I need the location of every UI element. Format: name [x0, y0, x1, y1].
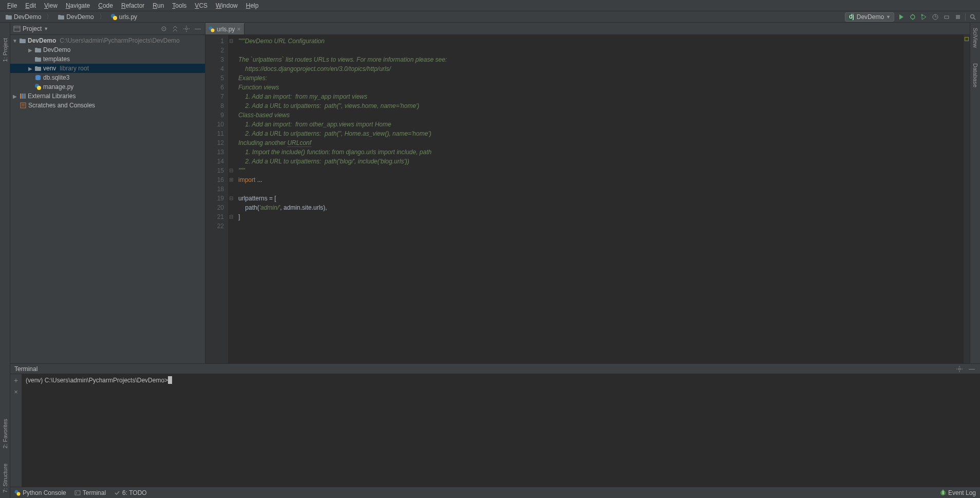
code-editor[interactable]: 1 2 3 4 5 6 7 8 9 10 11 12 13 14 15 16 1…	[205, 35, 970, 363]
breadcrumb-folder[interactable]: DevDemo	[55, 13, 96, 21]
fold-gutter[interactable]: ⊟ ⊟ ⊞ ⊟ ⊟	[228, 35, 234, 363]
menu-navigate[interactable]: Navigate	[62, 1, 94, 10]
menu-run[interactable]: Run	[148, 1, 168, 10]
navigation-bar: DevDemo 〉 DevDemo 〉 urls.py dj DevDemo ▼	[0, 11, 980, 23]
toolbar-right: dj DevDemo ▼	[845, 12, 977, 22]
sciview-tool-tab[interactable]: SciView	[972, 28, 978, 48]
py-icon	[34, 83, 42, 90]
project-tool-tab[interactable]: 1: Project	[2, 38, 8, 62]
expand-arrow-icon[interactable]: ▶	[28, 47, 33, 53]
new-session-icon[interactable]: +	[12, 376, 20, 384]
tree-item-db-sqlite3[interactable]: db.sqlite3	[10, 73, 205, 82]
search-everywhere-button[interactable]	[969, 13, 977, 21]
separator	[965, 13, 966, 21]
tree-scratches[interactable]: Scratches and Consoles	[10, 101, 205, 110]
tree-item-templates[interactable]: templates	[10, 54, 205, 64]
svg-rect-30	[20, 39, 22, 40]
project-panel-header: Project ▼ —	[10, 23, 205, 35]
terminal-content[interactable]: (venv) C:\Users\admin\PycharmProjects\De…	[22, 374, 980, 487]
chevron-down-icon[interactable]: ▼	[44, 26, 48, 31]
svg-rect-42	[20, 94, 22, 99]
editor-tabs: urls.py ×	[205, 23, 970, 35]
svg-marker-8	[899, 14, 903, 20]
debug-button[interactable]	[909, 13, 917, 21]
python-console-tab[interactable]: Python Console	[14, 489, 66, 496]
expand-arrow-icon[interactable]: ▶	[12, 94, 17, 99]
menu-vcs[interactable]: VCS	[191, 1, 212, 10]
event-log-tab[interactable]: i Event Log	[940, 489, 976, 496]
line-number-gutter[interactable]: 1 2 3 4 5 6 7 8 9 10 11 12 13 14 15 16 1…	[205, 35, 228, 363]
error-stripe[interactable]	[964, 35, 970, 363]
expand-arrow-icon[interactable]: ▼	[12, 38, 17, 44]
folder-icon	[34, 56, 42, 63]
breadcrumb-label: urls.py	[119, 13, 137, 21]
tree-root-path: C:\Users\admin\PycharmProjects\DevDemo	[60, 37, 179, 44]
menu-view[interactable]: View	[40, 1, 62, 10]
todo-icon	[114, 490, 120, 496]
project-panel-title[interactable]: Project	[23, 25, 42, 32]
tree-root[interactable]: ▼ DevDemo C:\Users\admin\PycharmProjects…	[10, 36, 205, 45]
todo-tab[interactable]: 6: TODO	[114, 489, 147, 496]
library-icon	[19, 93, 26, 100]
profile-button[interactable]	[931, 13, 939, 21]
svg-rect-17	[956, 15, 960, 19]
scratches-icon	[20, 102, 27, 109]
collapse-all-icon[interactable]	[171, 25, 179, 33]
breadcrumb-file[interactable]: urls.py	[108, 13, 139, 21]
gear-icon[interactable]	[182, 25, 191, 33]
menu-help[interactable]: Help	[242, 1, 263, 10]
svg-rect-32	[35, 48, 37, 49]
svg-point-50	[958, 368, 960, 370]
structure-tool-tab[interactable]: 7: Structure	[2, 464, 8, 493]
tab-label: Event Log	[948, 489, 976, 496]
terminal-tool-window: Terminal — + × (venv) C:\Users\admin\Pyc…	[10, 363, 980, 487]
code-content[interactable]: """DevDemo URL Configuration The `urlpat…	[234, 35, 964, 363]
db-icon	[34, 74, 42, 81]
menu-refactor[interactable]: Refactor	[117, 1, 148, 10]
database-tool-tab[interactable]: Database	[972, 63, 978, 87]
tree-item-devdemo[interactable]: ▶DevDemo	[10, 45, 205, 54]
hide-icon[interactable]: —	[968, 365, 976, 373]
tree-hint: library root	[60, 65, 89, 72]
stop-button[interactable]	[954, 13, 962, 21]
svg-rect-44	[24, 94, 26, 99]
run-configuration-selector[interactable]: dj DevDemo ▼	[845, 12, 894, 22]
terminal-tab[interactable]: Terminal	[74, 489, 106, 496]
terminal-icon	[74, 490, 81, 496]
run-with-coverage-button[interactable]	[920, 13, 928, 21]
tree-item-manage-py[interactable]: manage.py	[10, 82, 205, 91]
tree-external-libraries[interactable]: ▶ External Libraries	[10, 91, 205, 101]
tree-item-venv[interactable]: ▶venvlibrary root	[10, 64, 205, 73]
svg-point-23	[163, 28, 164, 29]
terminal-sidebar: + ×	[10, 374, 22, 487]
attach-debugger-button[interactable]	[943, 13, 951, 21]
folder-icon	[19, 37, 26, 44]
tree-label: db.sqlite3	[43, 74, 69, 81]
terminal-title: Terminal	[14, 365, 37, 373]
scroll-from-source-icon[interactable]	[160, 25, 168, 33]
menu-file[interactable]: File	[3, 1, 21, 10]
python-icon	[14, 490, 21, 496]
menu-window[interactable]: Window	[212, 1, 242, 10]
menu-edit[interactable]: Edit	[21, 1, 40, 10]
gear-icon[interactable]	[955, 365, 964, 373]
event-log-icon: i	[940, 490, 946, 496]
favorites-tool-tab[interactable]: 2: Favorites	[2, 419, 8, 448]
django-icon: dj	[849, 14, 855, 20]
expand-arrow-icon[interactable]: ▶	[28, 66, 33, 71]
project-tree[interactable]: ▼ DevDemo C:\Users\admin\PycharmProjects…	[10, 35, 205, 363]
menu-tools[interactable]: Tools	[168, 1, 191, 10]
close-icon[interactable]: ×	[237, 25, 241, 33]
close-session-icon[interactable]: ×	[12, 388, 20, 396]
hide-icon[interactable]: —	[194, 25, 202, 33]
run-button[interactable]	[897, 13, 906, 21]
breadcrumb-project[interactable]: DevDemo	[3, 13, 43, 21]
editor-tab[interactable]: urls.py ×	[205, 23, 244, 34]
svg-rect-1	[6, 15, 8, 16]
tree-label: venv	[43, 65, 56, 72]
menu-code[interactable]: Code	[94, 1, 117, 10]
folder-icon	[34, 46, 42, 53]
svg-point-9	[911, 15, 915, 19]
python-file-icon	[209, 26, 215, 32]
analysis-marker-icon[interactable]	[965, 37, 969, 41]
